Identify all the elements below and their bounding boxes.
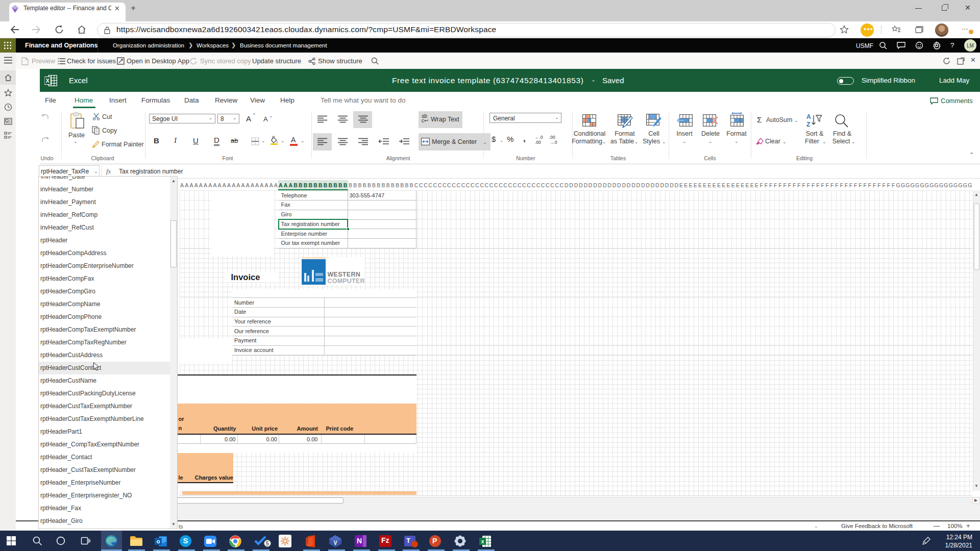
svg-text:V: V: [334, 540, 337, 546]
svg-text:Z: Z: [806, 121, 810, 128]
svg-text:A: A: [806, 113, 811, 120]
svg-text:X: X: [46, 78, 50, 84]
svg-text:x: x: [481, 539, 484, 544]
svg-text:o: o: [157, 538, 160, 544]
